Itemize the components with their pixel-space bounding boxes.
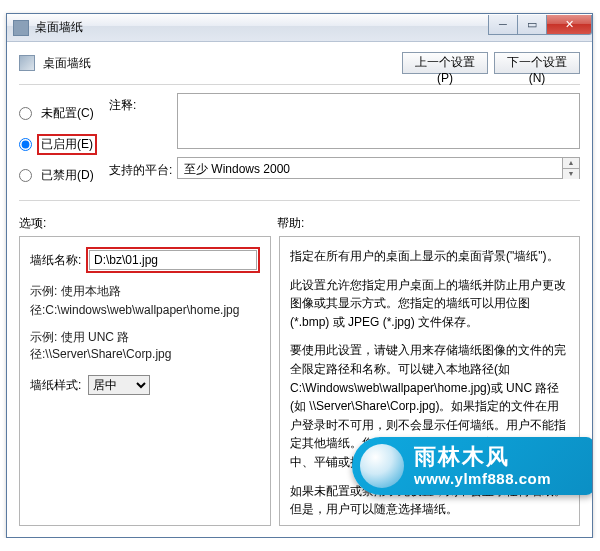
policy-window: 桌面墙纸 ─ ▭ ✕ 桌面墙纸 上一个设置(P) 下一个设置(N) 未配置(C)… xyxy=(6,13,593,538)
example-unc: 示例: 使用 UNC 路径:\\Server\Share\Corp.jpg xyxy=(30,329,260,363)
platform-value: 至少 Windows 2000 ▲ ▼ xyxy=(177,157,580,179)
wallpaper-style-label: 墙纸样式: xyxy=(30,377,88,394)
radio-disabled-input[interactable] xyxy=(19,169,32,182)
wallpaper-name-label: 墙纸名称: xyxy=(30,252,86,269)
titlebar: 桌面墙纸 ─ ▭ ✕ xyxy=(7,14,592,42)
radio-enabled[interactable]: 已启用(E) xyxy=(19,134,109,155)
banner-url: www.ylmf888.com xyxy=(414,470,551,487)
policy-icon xyxy=(19,55,35,71)
help-header: 帮助: xyxy=(277,215,304,232)
radio-not-configured[interactable]: 未配置(C) xyxy=(19,103,109,124)
platform-text: 至少 Windows 2000 xyxy=(184,162,290,176)
radio-enabled-label: 已启用(E) xyxy=(37,134,97,155)
radio-disabled-label: 已禁用(D) xyxy=(37,165,98,186)
help-p1: 指定在所有用户的桌面上显示的桌面背景("墙纸")。 xyxy=(290,247,569,266)
help-p2: 此设置允许您指定用户桌面上的墙纸并防止用户更改图像或其显示方式。您指定的墙纸可以… xyxy=(290,276,569,332)
options-header: 选项: xyxy=(19,215,277,232)
options-panel: 墙纸名称: 示例: 使用本地路 径:C:\windows\web\wallpap… xyxy=(19,236,271,526)
radio-not-configured-label: 未配置(C) xyxy=(37,103,98,124)
prev-setting-button[interactable]: 上一个设置(P) xyxy=(402,52,488,74)
radio-enabled-input[interactable] xyxy=(19,138,32,151)
wallpaper-name-input[interactable] xyxy=(89,250,257,270)
wallpaper-style-select[interactable]: 居中 xyxy=(88,375,150,395)
divider-2 xyxy=(19,200,580,201)
platform-spin-down[interactable]: ▼ xyxy=(562,169,579,179)
example-local-2: 径:C:\windows\web\wallpaper\home.jpg xyxy=(30,302,260,319)
example-local-1: 示例: 使用本地路 xyxy=(30,283,260,300)
radio-disabled[interactable]: 已禁用(D) xyxy=(19,165,109,186)
minimize-button[interactable]: ─ xyxy=(488,15,518,35)
platform-spin-up[interactable]: ▲ xyxy=(562,158,579,169)
maximize-button[interactable]: ▭ xyxy=(517,15,547,35)
banner-logo xyxy=(360,444,404,488)
banner-cn: 雨林木风 xyxy=(414,446,551,468)
platform-label: 支持的平台: xyxy=(109,158,177,179)
app-icon xyxy=(13,20,29,36)
divider xyxy=(19,84,580,85)
radio-not-configured-input[interactable] xyxy=(19,107,32,120)
watermark-banner: 雨林木风 www.ylmf888.com xyxy=(352,437,593,495)
close-button[interactable]: ✕ xyxy=(546,15,592,35)
page-title: 桌面墙纸 xyxy=(43,55,396,72)
next-setting-button[interactable]: 下一个设置(N) xyxy=(494,52,580,74)
comment-label: 注释: xyxy=(109,93,177,114)
comment-textarea[interactable] xyxy=(177,93,580,149)
window-title: 桌面墙纸 xyxy=(35,19,489,36)
